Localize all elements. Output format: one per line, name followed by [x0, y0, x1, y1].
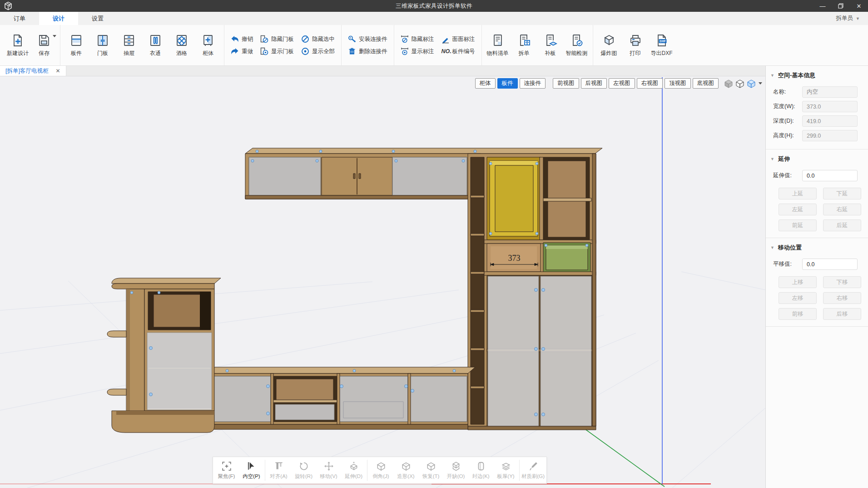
- tool-move[interactable]: 移动(V): [316, 457, 341, 483]
- redo-button[interactable]: 重做: [231, 47, 253, 55]
- new-design-button[interactable]: 新建设计: [5, 25, 31, 65]
- hide-doors-button[interactable]: 隐藏门板: [260, 35, 294, 43]
- menu-tab-settings[interactable]: 设置: [78, 12, 117, 25]
- depth-input[interactable]: [802, 115, 858, 127]
- clothes-rail-button[interactable]: 衣通: [142, 25, 169, 65]
- tool-chamfer[interactable]: 倒角(J): [368, 457, 393, 483]
- save-button[interactable]: 保存: [31, 25, 57, 65]
- section-move-header[interactable]: ▼ 移动位置: [766, 241, 868, 255]
- tool-restore[interactable]: 恢复(T): [418, 457, 443, 483]
- part-number-button[interactable]: NO. 板件编号: [441, 48, 475, 55]
- bom-list-button[interactable]: 物料清单: [485, 25, 511, 65]
- width-input[interactable]: [802, 101, 858, 112]
- curved-shelf-1[interactable]: [107, 331, 126, 337]
- name-input[interactable]: [802, 86, 858, 98]
- move-up-button[interactable]: 上移: [779, 276, 817, 288]
- split-order-button[interactable]: 拆单: [511, 25, 537, 65]
- save-dropdown-caret[interactable]: [53, 35, 56, 37]
- front-view-button[interactable]: 前视图: [553, 78, 579, 89]
- bottom-view-button[interactable]: 底视图: [693, 78, 719, 89]
- maximize-button[interactable]: [832, 0, 850, 12]
- face-annotation-button[interactable]: 面面标注: [441, 35, 475, 44]
- undo-button[interactable]: 撤销: [231, 35, 253, 43]
- wall-glass-door-left[interactable]: [249, 157, 321, 195]
- extend-right-button[interactable]: 右延: [823, 204, 861, 215]
- drawer-button[interactable]: 抽屉: [116, 25, 142, 65]
- bench-glass-door-2[interactable]: [339, 376, 408, 422]
- extend-value-input[interactable]: [802, 170, 858, 181]
- move-value-input[interactable]: [802, 259, 858, 270]
- extend-back-button[interactable]: 后延: [823, 219, 861, 231]
- menu-tab-design[interactable]: 设计: [39, 12, 78, 25]
- section-basic-info-header[interactable]: ▼ 空间-基本信息: [766, 69, 868, 83]
- bench-glass-drawer[interactable]: [275, 404, 334, 420]
- tool-inner-space[interactable]: 内空(P): [239, 457, 264, 483]
- hide-dimensions-button[interactable]: 隐藏标注: [401, 35, 434, 43]
- filter-panel-button[interactable]: 板件: [497, 78, 518, 89]
- left-view-button[interactable]: 左视图: [609, 78, 635, 89]
- show-doors-button[interactable]: 显示门板: [260, 47, 294, 55]
- door-panel-button[interactable]: 门板: [89, 25, 116, 65]
- extend-up-button[interactable]: 上延: [779, 188, 817, 199]
- show-dimensions-button[interactable]: 显示标注: [401, 47, 434, 55]
- extend-down-button[interactable]: 下延: [823, 188, 861, 199]
- render-shaded-cube-icon[interactable]: [747, 79, 756, 88]
- left-glass-door[interactable]: [147, 333, 212, 410]
- wall-glass-door-right[interactable]: [392, 157, 467, 195]
- top-view-button[interactable]: 顶视图: [665, 78, 691, 89]
- shelf[interactable]: [541, 198, 591, 201]
- extend-front-button[interactable]: 前延: [779, 219, 817, 231]
- close-button[interactable]: ✕: [850, 0, 868, 12]
- user-role-dropdown[interactable]: 拆单员 ▼: [836, 12, 860, 25]
- hide-selected-button[interactable]: 隐藏选中: [301, 35, 335, 43]
- tool-align[interactable]: 对齐(A): [266, 457, 291, 483]
- filter-connector-button[interactable]: 连接件: [520, 78, 546, 89]
- column-glass-door-left[interactable]: [488, 276, 539, 426]
- smart-check-button[interactable]: 智能检测: [564, 25, 590, 65]
- section-extend-header[interactable]: ▼ 延伸: [766, 152, 868, 167]
- 3d-viewport[interactable]: 373 柜体 板件 连接件 前视图 后视图 左视图 右视图 顶视图 底视图: [0, 76, 765, 488]
- move-right-button[interactable]: 右移: [823, 292, 861, 304]
- export-dxf-button[interactable]: DXF 导出DXF: [649, 25, 675, 65]
- render-mode-caret[interactable]: [759, 82, 762, 85]
- move-down-button[interactable]: 下移: [823, 276, 861, 288]
- curved-shelf-2[interactable]: [107, 389, 126, 395]
- move-back-button[interactable]: 后移: [823, 308, 861, 320]
- right-view-button[interactable]: 右视图: [637, 78, 663, 89]
- back-view-button[interactable]: 后视图: [581, 78, 607, 89]
- green-highlight-box[interactable]: [543, 243, 590, 273]
- print-button[interactable]: 打印: [622, 25, 649, 65]
- move-front-button[interactable]: 前移: [779, 308, 817, 320]
- tool-thickness[interactable]: 板厚(Y): [493, 457, 518, 483]
- render-wireframe-cube-icon[interactable]: [735, 79, 744, 88]
- minimize-button[interactable]: —: [813, 0, 832, 12]
- tool-shape[interactable]: 造形(X): [393, 457, 418, 483]
- move-left-button[interactable]: 左移: [779, 292, 817, 304]
- wine-rack-button[interactable]: 酒格: [169, 25, 195, 65]
- 3d-scene[interactable]: 373: [0, 76, 765, 488]
- panel-button[interactable]: 板件: [63, 25, 89, 65]
- tab-close-icon[interactable]: ✕: [55, 68, 60, 74]
- menu-tab-orders[interactable]: 订单: [0, 12, 39, 25]
- height-input[interactable]: [802, 130, 858, 141]
- document-tab[interactable]: [拆单]客厅电视柜 ✕: [0, 66, 66, 76]
- selected-inner-space[interactable]: [487, 157, 541, 240]
- show-all-button[interactable]: 显示全部: [301, 47, 335, 55]
- render-solid-cube-icon[interactable]: [724, 79, 733, 88]
- extend-left-button[interactable]: 左延: [779, 204, 817, 215]
- install-connector-button[interactable]: 安装连接件: [348, 35, 387, 43]
- filter-cabinet-button[interactable]: 柜体: [475, 78, 496, 89]
- bench-glass-door-3[interactable]: [410, 376, 467, 422]
- explode-view-button[interactable]: 爆炸图: [596, 25, 622, 65]
- tool-notch[interactable]: 开缺(O): [443, 457, 468, 483]
- tool-focus[interactable]: 聚焦(F): [214, 457, 239, 483]
- tool-edge-band[interactable]: 封边(K): [468, 457, 493, 483]
- cabinet-body-button[interactable]: 柜体: [195, 25, 221, 65]
- tool-extend[interactable]: 延伸(D): [341, 457, 366, 483]
- fill-board-button[interactable]: 补板: [537, 25, 564, 65]
- tool-rotate[interactable]: 旋转(R): [291, 457, 316, 483]
- bench-glass-door-1[interactable]: [210, 376, 271, 422]
- delete-connector-button[interactable]: 删除连接件: [348, 47, 387, 55]
- column-glass-door-right[interactable]: [541, 276, 591, 426]
- tool-material-brush[interactable]: 材质刷(G): [521, 457, 546, 483]
